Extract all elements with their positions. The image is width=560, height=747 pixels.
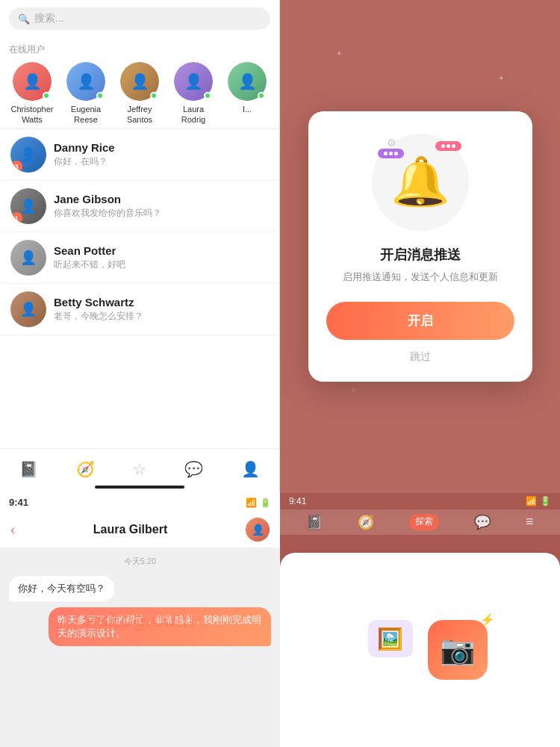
- chat-list: 👤 3 Danny Rice 你好，在吗？ 👤 1 Jane Gibson 你喜…: [0, 129, 279, 448]
- online-section: 在线用户 👤 Christopher Watts 👤: [0, 37, 279, 129]
- online-users-row: 👤 Christopher Watts 👤 Eugenia Reese: [9, 62, 270, 125]
- search-bar: 🔍 搜索...: [0, 0, 279, 37]
- badge-danny: 3: [10, 161, 22, 173]
- bell-area: ⚙ ✦ 🔔: [372, 134, 469, 231]
- chat-name-sean: Sean Potter: [54, 244, 269, 257]
- chat-item-jane[interactable]: 👤 1 Jane Gibson 你喜欢我发给你的音乐吗？: [0, 181, 279, 232]
- online-label: 在线用户: [9, 43, 270, 56]
- bell-icon: 🔔: [391, 154, 450, 210]
- chat-name-danny: Danny Rice: [54, 141, 269, 154]
- online-dot-eugenia: [96, 92, 104, 99]
- spark-icon: ⚡: [480, 613, 495, 627]
- badge-jane: 1: [10, 212, 22, 224]
- chat-info-danny: Danny Rice 你好，在吗？: [54, 141, 269, 168]
- user-name-jeffrey: Jeffrey Santos: [116, 104, 163, 125]
- message-sent-1: 昨天多亏了你的帮忙，非常感谢，我刚刚完成明天的演示设计。: [49, 607, 271, 646]
- back-button[interactable]: ‹: [10, 522, 15, 538]
- bottom-row: 9:41 📶 🔋 ‹ Laura Gilbert 👤 今天5:20 你好，今天有…: [0, 493, 560, 747]
- notification-modal: ⚙ ✦ 🔔 开启消息推送 启用推送通知，发送个人信息和更新 开启 跳过: [308, 111, 532, 382]
- nav-icon-chat-right[interactable]: 💬: [474, 514, 491, 530]
- chat-info-betty: Betty Schwartz 老哥，今晚怎么安排？: [54, 296, 269, 323]
- message-timestamp: 今天5:20: [9, 556, 271, 567]
- wifi-icon: 📶: [246, 498, 257, 508]
- avatar-wrap: 👤: [13, 62, 52, 101]
- right-bottom-content: 🖼️ 📷 ⚡: [280, 553, 560, 747]
- avatar-wrap-laura: 👤: [174, 62, 213, 101]
- online-user-laura[interactable]: 👤 Laura Rodrig: [170, 62, 217, 125]
- online-dot-jeffrey: [150, 92, 158, 99]
- chat-avatar-jane: 👤 1: [10, 188, 46, 224]
- right-bottom-status: 9:41 📶 🔋: [280, 493, 560, 509]
- star-2: ✦: [498, 74, 504, 82]
- online-user-eugenia[interactable]: 👤 Eugenia Reese: [63, 62, 109, 125]
- chat-item-betty[interactable]: 👤 Betty Schwartz 老哥，今晚怎么安排？: [0, 284, 279, 335]
- bubble-dot-1: [384, 152, 388, 155]
- notif-title: 开启消息推送: [380, 246, 461, 264]
- chat-preview-sean: 听起来不错，好吧: [54, 258, 269, 271]
- chat-screen-header: ‹ Laura Gilbert 👤: [0, 512, 280, 548]
- bubble-dot-6: [452, 144, 455, 148]
- star-5: ✧: [350, 386, 356, 394]
- chat-name-jane: Jane Gibson: [54, 193, 269, 205]
- chat-info-jane: Jane Gibson 你喜欢我发给你的音乐吗？: [54, 193, 269, 220]
- user-name-eugenia: Eugenia Reese: [63, 104, 109, 125]
- right-bottom-nav: 📓 🧭 探索 💬 ≡: [280, 509, 560, 535]
- nav-favorites[interactable]: ☆: [133, 460, 146, 478]
- search-input-wrap[interactable]: 🔍 搜索...: [9, 7, 270, 30]
- nav-profile[interactable]: 👤: [241, 460, 260, 478]
- status-icons-chat: 📶 🔋: [246, 498, 271, 508]
- nav-notes[interactable]: 📓: [19, 460, 38, 478]
- camera-icon[interactable]: 📷 ⚡: [428, 620, 488, 680]
- search-placeholder: 搜索...: [34, 12, 64, 25]
- notif-desc: 启用推送通知，发送个人信息和更新: [343, 270, 498, 285]
- right-panel-bottom: 9:41 📶 🔋 📓 🧭 探索 💬 ≡ 🖼️ 📷 ⚡: [280, 493, 560, 747]
- nav-icon-notes-right[interactable]: 📓: [306, 514, 323, 530]
- avatar-wrap-5: 👤: [228, 62, 267, 101]
- chat-bubble-pink: [435, 141, 461, 151]
- chat-item-sean[interactable]: 👤 Sean Potter 听起来不错，好吧: [0, 232, 279, 284]
- battery-icon-right: 🔋: [540, 496, 551, 506]
- bubble-dot-2: [389, 152, 393, 155]
- online-user-jeffrey[interactable]: 👤 Jeffrey Santos: [116, 62, 163, 125]
- home-indicator: [95, 486, 184, 489]
- chat-messages-area: 今天5:20 你好，今天有空吗？ 昨天多亏了你的帮忙，非常感谢，我刚刚完成明天的…: [0, 548, 280, 747]
- chat-item-danny[interactable]: 👤 3 Danny Rice 你好，在吗？: [0, 129, 279, 181]
- online-dot-laura: [204, 92, 211, 99]
- enable-button[interactable]: 开启: [326, 302, 514, 340]
- chat-name-betty: Betty Schwartz: [54, 296, 269, 309]
- bubble-dot-4: [441, 144, 445, 148]
- star-1: ✦: [336, 49, 342, 58]
- message-received-1: 你好，今天有空吗？: [9, 576, 114, 601]
- chat-preview-betty: 老哥，今晚怎么安排？: [54, 310, 269, 323]
- bottom-nav: 📓 🧭 ☆ 💬 👤: [0, 448, 279, 493]
- bubble-dot-3: [394, 152, 398, 155]
- user-name-laura: Laura Rodrig: [170, 104, 217, 125]
- online-user-5[interactable]: 👤 I...: [224, 62, 270, 125]
- right-panel-top: ✦ ✦ ✧ ✦ ✧ ⚙ ✦ 🔔 开启消息推送 启用推: [280, 0, 560, 493]
- online-dot-5: [258, 92, 265, 99]
- battery-icon: 🔋: [260, 498, 271, 508]
- nav-icon-explore-right[interactable]: 🧭: [358, 514, 374, 530]
- nav-explore[interactable]: 🧭: [76, 460, 95, 478]
- online-user-christopher[interactable]: 👤 Christopher Watts: [9, 62, 55, 125]
- chat-bubble-purple: [378, 149, 404, 158]
- avatar-wrap-eugenia: 👤: [66, 62, 105, 101]
- explore-label-right: 探索: [409, 514, 439, 530]
- chat-preview-danny: 你好，在吗？: [54, 155, 269, 168]
- avatar-wrap-jeffrey: 👤: [120, 62, 159, 101]
- status-time-chat: 9:41: [9, 497, 28, 508]
- nav-icon-menu-right[interactable]: ≡: [526, 514, 534, 530]
- skip-button[interactable]: 跳过: [410, 350, 431, 364]
- chat-preview-jane: 你喜欢我发给你的音乐吗？: [54, 207, 269, 220]
- bubble-dot-5: [447, 144, 450, 148]
- chat-contact-name: Laura Gilbert: [22, 523, 238, 536]
- nav-messages[interactable]: 💬: [184, 460, 203, 478]
- status-time-right: 9:41: [289, 496, 306, 506]
- avatar-laura-gilbert: 👤: [246, 518, 270, 542]
- image-icon: 🖼️: [368, 620, 413, 657]
- bottom-icons-row: 🖼️ 📷 ⚡: [353, 620, 488, 680]
- chat-screen: 9:41 📶 🔋 ‹ Laura Gilbert 👤 今天5:20 你好，今天有…: [0, 493, 280, 747]
- right-status-icons: 📶 🔋: [526, 496, 551, 506]
- left-panel: 🔍 搜索... 在线用户 👤 Christopher Watts: [0, 0, 280, 493]
- chat-header-avatar: 👤: [246, 518, 270, 542]
